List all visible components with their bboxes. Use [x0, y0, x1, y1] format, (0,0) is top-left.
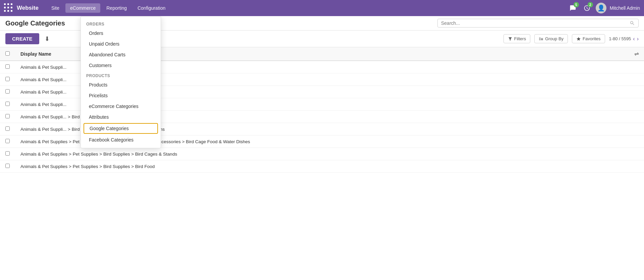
header-checkbox-cell [0, 47, 15, 61]
google-categories-item-label: Google Categories [90, 126, 129, 131]
next-page-button[interactable]: › [637, 36, 639, 42]
row-settings-cell [629, 148, 644, 160]
row-checkbox-4[interactable] [5, 114, 10, 118]
row-checkbox-2[interactable] [5, 89, 10, 94]
products-item-label: Products [89, 82, 107, 88]
nav-item-reporting[interactable]: Reporting [102, 3, 131, 13]
row-settings-cell [629, 73, 644, 86]
table-row: Animals & Pet Supplies > Pet Supplies > … [0, 148, 644, 160]
row-checkbox-0[interactable] [5, 64, 10, 69]
search-bar[interactable] [437, 19, 639, 27]
table-row: Animals & Pet Supplies > Pet Supplies > … [0, 160, 644, 173]
row-checkbox-cell [0, 111, 15, 123]
search-input[interactable] [441, 20, 630, 26]
avatar[interactable]: 👤 [596, 3, 606, 13]
pagination-text: 1-80 / 5595 [609, 36, 631, 41]
abandoned-carts-item-label: Abandoned Carts [89, 52, 125, 57]
orders-section-label: Orders [81, 19, 161, 28]
dropdown-item-attributes[interactable]: Attributes [81, 112, 161, 122]
row-checkbox-cell [0, 135, 15, 148]
star-icon [576, 37, 581, 41]
topnav-menu: Site eCommerce Reporting Configuration [47, 3, 568, 13]
select-all-checkbox[interactable] [5, 51, 10, 56]
row-checkbox-cell [0, 148, 15, 160]
dropdown-item-pricelists[interactable]: Pricelists [81, 90, 161, 101]
nav-item-configuration[interactable]: Configuration [133, 3, 170, 13]
messages-button[interactable]: 5 [568, 3, 578, 13]
dropdown-item-abandoned-carts[interactable]: Abandoned Carts [81, 49, 161, 60]
download-button[interactable]: ⬇ [42, 34, 52, 44]
groupby-label: Group By [545, 36, 564, 41]
dropdown-item-facebook-categories[interactable]: Facebook Categories [81, 134, 161, 145]
facebook-categories-item-label: Facebook Categories [89, 137, 133, 143]
column-settings-icon[interactable]: ⇌ [634, 51, 639, 57]
dropdown-item-ecommerce-categories[interactable]: eCommerce Categories [81, 101, 161, 112]
groupby-icon [539, 37, 543, 41]
apps-menu-icon[interactable] [4, 3, 13, 13]
row-checkbox-6[interactable] [5, 139, 10, 143]
dropdown-item-customers[interactable]: Customers [81, 60, 161, 71]
customers-item-label: Customers [89, 63, 112, 68]
nav-item-ecommerce[interactable]: eCommerce [65, 3, 100, 13]
favorites-label: Favorites [583, 36, 600, 41]
prev-page-button[interactable]: ‹ [633, 36, 635, 42]
row-settings-cell [629, 98, 644, 111]
row-display-name[interactable]: Animals & Pet Supplies > Pet Supplies > … [15, 160, 629, 173]
row-checkbox-cell [0, 61, 15, 73]
ecommerce-dropdown-menu: Orders Orders Unpaid Orders Abandoned Ca… [80, 16, 161, 148]
page-title: Google Categories [5, 19, 65, 27]
products-section-label: Products [81, 71, 161, 79]
search-icon [630, 20, 635, 26]
messages-badge: 5 [574, 2, 579, 7]
row-checkbox-5[interactable] [5, 126, 10, 131]
row-settings-cell [629, 160, 644, 173]
header-settings-cell: ⇌ [629, 47, 644, 61]
filter-icon [508, 37, 513, 41]
row-checkbox-cell [0, 160, 15, 173]
top-navigation: Website Site eCommerce Reporting Configu… [0, 0, 644, 16]
row-checkbox-1[interactable] [5, 77, 10, 81]
pricelists-item-label: Pricelists [89, 93, 108, 98]
row-checkbox-7[interactable] [5, 151, 10, 156]
topnav-right: 5 2 👤 Mitchell Admin [568, 3, 640, 13]
activity-badge: 2 [588, 2, 593, 7]
dropdown-item-google-categories[interactable]: Google Categories [84, 123, 158, 134]
dropdown-item-orders[interactable]: Orders [81, 28, 161, 39]
filters-label: Filters [514, 36, 526, 41]
row-checkbox-cell [0, 86, 15, 98]
row-settings-cell [629, 135, 644, 148]
nav-item-site[interactable]: Site [47, 3, 64, 13]
toolbar-right: Filters Group By Favorites 1-80 / 5595 ‹… [503, 34, 639, 43]
brand-name[interactable]: Website [17, 5, 39, 11]
user-name[interactable]: Mitchell Admin [610, 5, 640, 11]
row-checkbox-3[interactable] [5, 102, 10, 106]
row-settings-cell [629, 123, 644, 135]
row-settings-cell [629, 86, 644, 98]
favorites-button[interactable]: Favorites [572, 34, 605, 43]
unpaid-orders-item-label: Unpaid Orders [89, 41, 119, 47]
create-button[interactable]: CREATE [5, 33, 39, 44]
dropdown-item-products[interactable]: Products [81, 79, 161, 90]
attributes-item-label: Attributes [89, 114, 109, 120]
row-settings-cell [629, 61, 644, 73]
filters-button[interactable]: Filters [503, 34, 530, 43]
orders-item-label: Orders [89, 31, 103, 36]
activity-button[interactable]: 2 [582, 3, 592, 13]
row-checkbox-cell [0, 123, 15, 135]
ecommerce-categories-item-label: eCommerce Categories [89, 104, 139, 109]
dropdown-item-unpaid-orders[interactable]: Unpaid Orders [81, 39, 161, 49]
row-display-name[interactable]: Animals & Pet Supplies > Pet Supplies > … [15, 148, 629, 160]
row-checkbox-8[interactable] [5, 164, 10, 168]
row-checkbox-cell [0, 98, 15, 111]
row-settings-cell [629, 111, 644, 123]
row-checkbox-cell [0, 73, 15, 86]
groupby-button[interactable]: Group By [534, 34, 568, 43]
pagination: 1-80 / 5595 ‹ › [609, 36, 639, 42]
